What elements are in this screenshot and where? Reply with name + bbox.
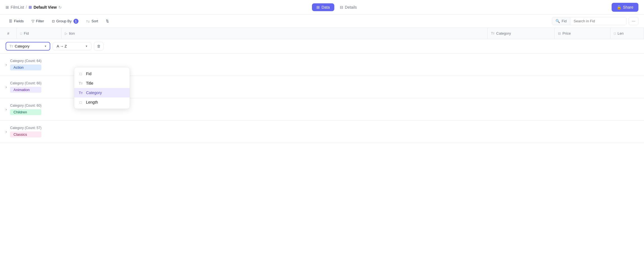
tab-group: ⊞ Data ⊟ Details — [312, 3, 361, 11]
title-item-label: Title — [86, 81, 93, 85]
length-item-label: Length — [86, 100, 98, 104]
toolbar-right: 🔍 Fid ⋯ — [552, 17, 638, 25]
group-info-classics: Category (Count: 57) Classics — [10, 126, 41, 137]
fields-label: Fields — [14, 19, 24, 23]
group-meta-children: Category (Count: 60) — [10, 104, 41, 108]
group-meta-action: Category (Count: 64) — [10, 59, 41, 63]
more-icon: ⋯ — [632, 19, 635, 23]
group-count-children: (Count: 60) — [25, 104, 41, 108]
details-tab-icon: ⊟ — [340, 5, 343, 9]
expand-icon-animation[interactable]: › — [6, 85, 7, 89]
table-grid-icon: ⊞ — [6, 5, 9, 9]
category-item-label: Category — [86, 90, 102, 95]
col-header-fid[interactable]: □ Fid — [17, 28, 61, 39]
top-bar: ⊞ FilmList / ⊞ Default View ↻ ⊞ Data ⊟ D… — [0, 0, 644, 15]
groupby-field-chevron: ▾ — [45, 44, 46, 48]
fid-col-icon: □ — [20, 32, 22, 35]
expand-icon-action[interactable]: › — [6, 63, 7, 67]
group-count-action: (Count: 64) — [25, 59, 41, 63]
group-meta-classics: Category (Count: 57) — [10, 126, 41, 130]
view-name-label: Default View — [34, 5, 57, 9]
dropdown-item-length[interactable]: □ Length — [74, 97, 130, 107]
group-info-action: Category (Count: 64) Action — [10, 59, 41, 70]
price-col-label: Price — [562, 31, 571, 35]
action-col-icon: ▷ — [65, 32, 67, 35]
group-badge-animation: Animation — [10, 87, 41, 93]
more-options-button[interactable]: ⋯ — [629, 17, 638, 25]
share-button[interactable]: 🔒 Share — [612, 3, 638, 12]
breadcrumb-separator: / — [26, 5, 27, 9]
dropdown-item-fid[interactable]: □ Fid — [74, 69, 130, 78]
filter-button[interactable]: ▽ Filter — [28, 17, 47, 25]
view-name-area: ⊞ Default View — [28, 5, 57, 9]
toolbar-left: ☰ Fields ▽ Filter ⊡ Group By 1 ↑↓ Sort ⇅ — [6, 17, 112, 25]
fid-item-label: Fid — [86, 71, 91, 76]
groupby-sort-label: A → Z — [57, 44, 84, 48]
length-col-label: Len — [617, 31, 624, 35]
toolbar: ☰ Fields ▽ Filter ⊡ Group By 1 ↑↓ Sort ⇅… — [0, 15, 644, 28]
groupby-count-badge: 1 — [73, 19, 78, 24]
groupby-field-icon: Tт — [9, 44, 13, 48]
expand-icon-children[interactable]: › — [6, 107, 7, 111]
sort-label: Sort — [92, 19, 98, 23]
table-name[interactable]: FilmList — [11, 5, 24, 9]
sort-icon: ↑↓ — [86, 19, 90, 23]
groupby-icon: ⊡ — [52, 19, 55, 23]
col-header-price[interactable]: ⊟ Price — [555, 28, 610, 39]
breadcrumb-area: ⊞ FilmList / ⊞ Default View ↻ — [6, 5, 62, 9]
field-dropdown: □ Fid Tт Title Tт Category □ Length — [74, 67, 130, 109]
group-info-children: Category (Count: 60) Children — [10, 104, 41, 115]
tab-data[interactable]: ⊞ Data — [312, 3, 334, 11]
group-field-animation: Category — [10, 81, 24, 85]
groupby-field-label: Category — [15, 44, 43, 48]
groupby-bar: Tт Category ▾ A → Z ▾ 🗑 □ Fid Tт Title T… — [0, 39, 644, 54]
col-header-action[interactable]: ▷ tion — [61, 28, 488, 39]
dropdown-item-title[interactable]: Tт Title — [74, 78, 130, 88]
group-count-classics: (Count: 57) — [25, 126, 41, 130]
delete-icon: 🗑 — [97, 44, 101, 48]
details-tab-label: Details — [345, 5, 357, 9]
search-field-name: Fid — [562, 19, 567, 23]
refresh-icon[interactable]: ↻ — [58, 5, 62, 9]
sort-button[interactable]: ↑↓ Sort — [83, 17, 102, 25]
group-field-classics: Category — [10, 126, 24, 130]
action-col-label: tion — [69, 31, 75, 35]
filter-icon: ▽ — [32, 19, 34, 23]
length-col-icon: □ — [614, 32, 616, 35]
group-count-animation: (Count: 66) — [25, 81, 41, 85]
title-item-icon: Tт — [78, 81, 83, 85]
groupby-button[interactable]: ⊡ Group By 1 — [49, 17, 82, 25]
fid-item-icon: □ — [78, 72, 83, 76]
category-col-icon: Tт — [491, 32, 495, 35]
category-item-icon: Tт — [78, 91, 83, 95]
data-tab-icon: ⊞ — [316, 5, 320, 9]
groupby-sort-select[interactable]: A → Z ▾ — [53, 42, 92, 50]
group-badge-action: Action — [10, 65, 41, 70]
group-info-animation: Category (Count: 66) Animation — [10, 81, 41, 93]
col-header-hash: # — [0, 28, 17, 39]
groupby-field-select[interactable]: Tт Category ▾ — [6, 42, 50, 51]
tab-details[interactable]: ⊟ Details — [335, 3, 361, 11]
search-fid-label: 🔍 Fid — [552, 17, 570, 25]
group-badge-classics: Classics — [10, 132, 41, 137]
view-grid-icon: ⊞ — [28, 5, 32, 9]
fields-icon: ☰ — [9, 19, 12, 23]
groupby-delete-button[interactable]: 🗑 — [94, 42, 104, 51]
group-field-children: Category — [10, 104, 24, 108]
col-header-length[interactable]: □ Len — [610, 28, 644, 39]
col-header-category[interactable]: Tт Category — [488, 28, 555, 39]
group-row-classics[interactable]: › Category (Count: 57) Classics — [0, 121, 644, 143]
dropdown-item-category[interactable]: Tт Category — [74, 88, 130, 97]
toggle-icon: ⇅ — [106, 19, 109, 23]
filter-label: Filter — [36, 19, 44, 23]
toggle-button[interactable]: ⇅ — [102, 17, 112, 25]
fid-col-label: Fid — [24, 31, 29, 35]
fields-button[interactable]: ☰ Fields — [6, 17, 27, 25]
hash-icon: # — [7, 31, 9, 35]
breadcrumb: ⊞ FilmList / ⊞ Default View ↻ — [6, 5, 62, 9]
data-tab-label: Data — [321, 5, 330, 9]
expand-icon-classics[interactable]: › — [6, 130, 7, 134]
search-container: 🔍 Fid — [552, 17, 626, 25]
search-input[interactable] — [570, 17, 626, 25]
length-item-icon: □ — [78, 100, 83, 104]
